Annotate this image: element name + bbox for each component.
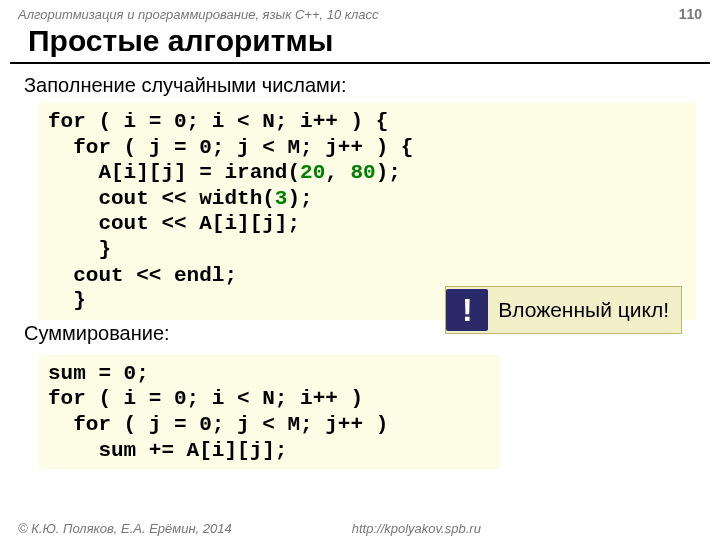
code-line: for ( j = 0; j < M; j++ ) { <box>48 136 413 159</box>
code-line: cout << A[i][j]; <box>48 212 300 235</box>
code-line: sum = 0; <box>48 362 149 385</box>
page-title: Простые алгоритмы <box>10 22 710 64</box>
code-text: , <box>325 161 350 184</box>
copyright-label: © К.Ю. Поляков, Е.А. Ерёмин, 2014 <box>18 521 232 536</box>
code-text: ); <box>376 161 401 184</box>
code-line: sum += A[i][j]; <box>48 439 287 462</box>
code-line: } <box>48 289 86 312</box>
code-literal: 20 <box>300 161 325 184</box>
code-literal: 80 <box>350 161 375 184</box>
exclamation-icon: ! <box>446 289 488 331</box>
code-line: } <box>48 238 111 261</box>
footer: © К.Ю. Поляков, Е.А. Ерёмин, 2014 http:/… <box>0 521 720 536</box>
code-line: for ( i = 0; i < N; i++ ) <box>48 387 363 410</box>
section-fill-heading: Заполнение случайными числами: <box>0 72 720 103</box>
code-line: cout << width( <box>48 187 275 210</box>
callout-text: Вложенный цикл! <box>498 298 669 322</box>
page-number: 110 <box>679 6 702 22</box>
code-line: cout << endl; <box>48 264 237 287</box>
code-line: for ( j = 0; j < M; j++ ) <box>48 413 388 436</box>
header-row: Алгоритмизация и программирование, язык … <box>0 0 720 22</box>
callout-box: ! Вложенный цикл! <box>445 286 682 334</box>
code-line: A[i][j] = irand( <box>48 161 300 184</box>
course-label: Алгоритмизация и программирование, язык … <box>18 7 378 22</box>
code-line: for ( i = 0; i < N; i++ ) { <box>48 110 388 133</box>
code-block-sum: sum = 0; for ( i = 0; i < N; i++ ) for (… <box>38 355 500 469</box>
code-text: ); <box>287 187 312 210</box>
footer-url: http://kpolyakov.spb.ru <box>352 521 481 536</box>
code-literal: 3 <box>275 187 288 210</box>
